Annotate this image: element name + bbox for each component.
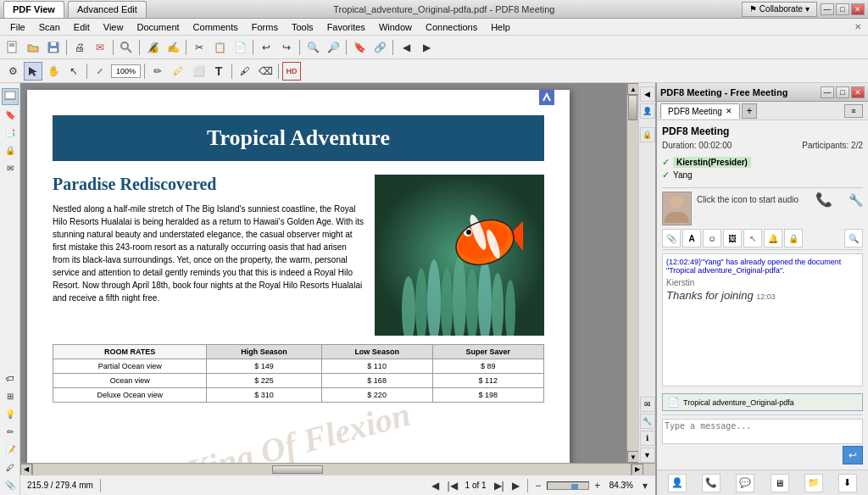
h-scroll-thumb[interactable] [272, 465, 323, 474]
stamp-btn[interactable]: 🔏 [143, 38, 162, 57]
meeting-tab-pdf8[interactable]: PDF8 Meeting ✕ [660, 103, 740, 119]
zoom-out-status-btn[interactable]: − [531, 480, 545, 492]
chat-input-field[interactable] [662, 419, 863, 444]
bookmark-btn[interactable]: 🔖 [350, 38, 369, 57]
scroll-right-arrow[interactable]: ▶ [632, 464, 643, 476]
pdf-scroll-area[interactable]: Tropical Adventure Paradise Rediscovered… [20, 83, 626, 463]
left-panel-btn-9[interactable]: ✏ [2, 423, 19, 440]
meeting-chat-btn[interactable]: 💬 [736, 474, 754, 492]
far-right-btn-tools[interactable]: 🔧 [640, 414, 655, 429]
last-page-btn[interactable]: ▶| [492, 480, 507, 492]
left-panel-btn-11[interactable]: 🖊 [2, 459, 19, 476]
far-right-btn-mail[interactable]: ✉ [640, 397, 655, 412]
meeting-files-btn[interactable]: 📁 [804, 474, 823, 492]
menu-scan[interactable]: Scan [32, 20, 67, 34]
meeting-maximize-btn[interactable]: □ [836, 86, 849, 98]
meeting-scroll-down-btn[interactable]: ⬇ [838, 474, 857, 492]
pen-btn[interactable]: 🖋 [236, 62, 254, 81]
chat-notify-btn[interactable]: 🔔 [764, 229, 782, 248]
email-btn[interactable]: ✉ [91, 38, 109, 57]
tab-pdf-view[interactable]: PDF View [3, 1, 64, 18]
meeting-options-btn[interactable]: ≡ [844, 104, 863, 118]
text-btn[interactable]: T [209, 62, 228, 81]
menu-view[interactable]: View [97, 20, 131, 34]
scroll-up-arrow[interactable]: ▲ [627, 83, 639, 95]
meeting-close-btn[interactable]: ✕ [851, 86, 865, 98]
menu-favorites[interactable]: Favorites [320, 20, 372, 34]
open-btn[interactable] [24, 38, 42, 57]
hd-btn[interactable]: HD [282, 62, 301, 81]
close-button[interactable]: ✕ [851, 3, 865, 15]
select-btn[interactable] [24, 62, 42, 81]
find-btn[interactable] [117, 38, 136, 57]
left-panel-btn-10[interactable]: 📝 [2, 441, 19, 458]
left-panel-btn-1[interactable] [2, 88, 19, 105]
redo-btn[interactable]: ↪ [277, 38, 296, 57]
chat-send-button[interactable]: ↩ [843, 446, 863, 464]
menu-forms[interactable]: Forms [245, 20, 285, 34]
left-panel-btn-5[interactable]: ✉ [2, 159, 19, 176]
far-right-btn-user[interactable]: 👤 [640, 103, 655, 119]
highlight-btn[interactable]: 🖊 [169, 62, 187, 81]
collaborate-button[interactable]: ⚑ Collaborate ▾ [742, 2, 817, 17]
zoom-in-status-btn[interactable]: + [591, 480, 604, 492]
left-panel-btn-3[interactable]: 📑 [2, 124, 19, 141]
draw-btn[interactable]: ✏ [148, 62, 167, 81]
paste-btn[interactable]: 📄 [231, 38, 249, 57]
shape-btn[interactable]: ⬜ [189, 62, 208, 81]
zoom-out-btn[interactable]: 🔍 [303, 38, 322, 57]
scroll-thumb[interactable] [628, 95, 637, 120]
copy-btn[interactable]: 📋 [210, 38, 229, 57]
link-btn[interactable]: 🔗 [370, 38, 389, 57]
print-btn[interactable]: 🖨 [70, 38, 89, 57]
next-page-btn[interactable]: ▶ [509, 480, 524, 492]
cut-btn[interactable]: ✂ [190, 38, 209, 57]
chat-image-btn[interactable]: 🖼 [723, 229, 742, 248]
tab-advanced-edit[interactable]: Advanced Edit [68, 1, 147, 18]
back-btn[interactable]: ◀ [397, 38, 415, 57]
chat-emoji-btn[interactable]: ☺ [703, 229, 721, 248]
zoom-fit-btn[interactable]: ⤢ [91, 62, 109, 81]
chat-pointer-btn[interactable]: ↖ [743, 229, 762, 248]
properties-btn[interactable]: ⚙ [3, 62, 22, 81]
meeting-add-participant-btn[interactable]: 👤 [668, 474, 687, 492]
chat-lock-btn[interactable]: 🔒 [784, 229, 803, 248]
add-tab-button[interactable]: + [742, 103, 757, 119]
first-page-btn[interactable]: |◀ [445, 480, 460, 492]
meeting-screen-btn[interactable]: 🖥 [771, 474, 789, 492]
forward-btn[interactable]: ▶ [417, 38, 436, 57]
left-panel-btn-4[interactable]: 🔒 [2, 142, 19, 159]
menu-tools[interactable]: Tools [285, 20, 320, 34]
meeting-tab-close[interactable]: ✕ [726, 107, 732, 115]
audio-settings-btn[interactable]: 🔧 [849, 193, 863, 207]
hand-btn[interactable]: ✋ [44, 62, 63, 81]
far-right-btn-1[interactable]: ◀ [640, 86, 655, 102]
meeting-minimize-btn[interactable]: — [821, 86, 834, 98]
close-menu-x[interactable]: ✕ [854, 22, 865, 31]
menu-comments[interactable]: Comments [186, 20, 245, 34]
pointer-btn[interactable]: ↖ [64, 62, 83, 81]
nav-overlay-btn[interactable] [539, 90, 554, 105]
maximize-button[interactable]: □ [836, 3, 849, 15]
left-panel-btn-6[interactable]: 🏷 [2, 370, 19, 387]
zoom-percent-input[interactable] [111, 64, 141, 78]
prev-page-btn[interactable]: ◀ [428, 480, 443, 492]
scroll-left-arrow[interactable]: ◀ [20, 464, 32, 476]
scroll-down-arrow[interactable]: ▼ [627, 451, 639, 463]
sign-btn[interactable]: ✍ [164, 38, 182, 57]
chat-messages-area[interactable]: (12:02:49)"Yang" has already opened the … [662, 253, 863, 387]
save-btn[interactable] [44, 38, 63, 57]
chat-attach-btn[interactable]: 📎 [662, 229, 681, 248]
left-panel-btn-12[interactable]: 📎 [2, 476, 19, 493]
audio-start-btn[interactable]: 📞 [815, 192, 832, 208]
chat-search-btn[interactable]: 🔍 [844, 229, 863, 248]
undo-btn[interactable]: ↩ [257, 38, 275, 57]
menu-document[interactable]: Document [130, 20, 186, 34]
menu-window[interactable]: Window [372, 20, 419, 34]
zoom-in-btn[interactable]: 🔎 [324, 38, 342, 57]
menu-file[interactable]: File [3, 20, 32, 34]
new-btn[interactable] [3, 38, 22, 57]
far-right-btn-info[interactable]: ℹ [640, 431, 655, 446]
vertical-scrollbar[interactable]: ▲ ▼ [626, 83, 638, 463]
meeting-phone-btn[interactable]: 📞 [702, 474, 721, 492]
